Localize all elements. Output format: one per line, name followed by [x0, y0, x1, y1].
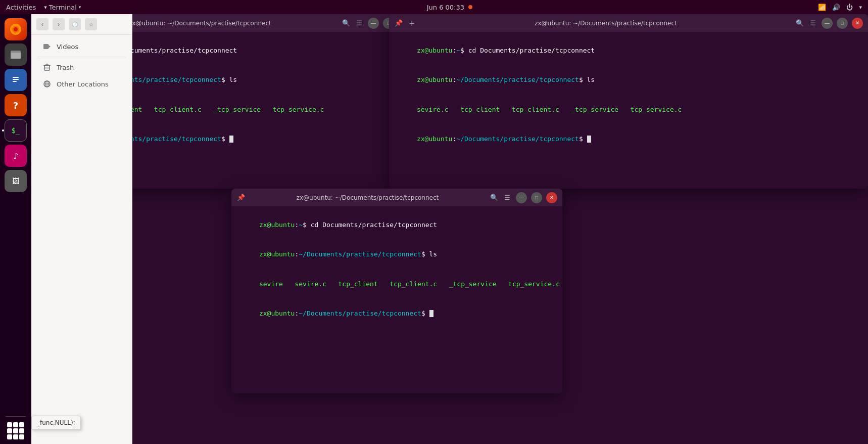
svg-rect-4 [11, 53, 21, 59]
dock-icon-terminal[interactable]: $_ [5, 119, 27, 142]
sidebar-item-trash-label: Trash [57, 64, 74, 71]
svg-marker-10 [49, 45, 51, 48]
terminal-titlebar-top-right: 📌 + zx@ubuntu: ~/Documents/practise/tcpc… [389, 14, 868, 32]
other-locations-icon [42, 79, 52, 88]
term-line-tr-3: sevire.c tcp_client tcp_client.c _tcp_se… [393, 95, 864, 124]
terminal-new-tab-icon-tr[interactable]: + [407, 19, 416, 28]
autocomplete-tooltip: _func,NULL); [31, 416, 81, 430]
svg-rect-9 [43, 44, 49, 49]
term-line-bc-1: zx@ubuntu:~$ cd Documents/practise/tcpco… [235, 210, 558, 240]
svg-rect-6 [13, 77, 19, 78]
term-line-tr-1: zx@ubuntu:~$ cd Documents/practise/tcpco… [393, 35, 864, 65]
term-line-bc-4: zx@ubuntu:~/Documents/practise/tcpconnec… [235, 299, 558, 329]
datetime-label: Jun 6 00:33 [427, 4, 464, 11]
dock-icon-help[interactable]: ? [5, 94, 27, 116]
tooltip-text: _func,NULL); [37, 419, 75, 426]
terminal-menu-icon-tl[interactable]: ☰ [355, 19, 364, 28]
dock-icon-music[interactable]: ♪ [5, 145, 27, 167]
sidebar-item-videos-label: Videos [57, 43, 78, 51]
sidebar-nav: ‹ › 🕐 ☆ [31, 14, 132, 35]
terminal-close-bc[interactable]: ✕ [546, 192, 557, 203]
svg-rect-8 [13, 81, 17, 82]
show-applications-button[interactable] [7, 422, 25, 440]
dock-icon-writer[interactable] [5, 69, 27, 91]
terminal-window-top-right: 📌 + zx@ubuntu: ~/Documents/practise/tcpc… [389, 14, 868, 189]
dock-icon-firefox[interactable] [5, 18, 27, 40]
term-line-bc-2: zx@ubuntu:~/Documents/practise/tcpconnec… [235, 240, 558, 270]
sidebar-back-button[interactable]: ‹ [36, 18, 49, 30]
terminal-pin-icon-tr[interactable]: 📌 [394, 19, 403, 28]
svg-point-2 [14, 27, 18, 31]
trash-icon [42, 63, 52, 72]
dock-icon-files[interactable] [5, 43, 27, 66]
terminal-window-bottom-center: 📌 zx@ubuntu: ~/Documents/practise/tcpcon… [231, 189, 562, 393]
terminal-body-bottom[interactable]: zx@ubuntu:~$ cd Documents/practise/tcpco… [231, 207, 562, 393]
terminal-menu-icon-tr[interactable]: ☰ [808, 19, 817, 28]
dock-icon-image[interactable]: 🖼 [5, 170, 27, 192]
term-line-tr-4: zx@ubuntu:~/Documents/practise/tcpconnec… [393, 124, 864, 154]
terminal-menu-icon-bc[interactable]: ☰ [503, 193, 512, 202]
power-icon: ⏻ [846, 4, 853, 11]
sidebar-item-other-locations[interactable]: Other Locations [34, 76, 129, 92]
terminal-minimize-bc[interactable]: — [516, 192, 527, 203]
sidebar-item-trash[interactable]: Trash [34, 59, 129, 75]
sidebar-forward-button[interactable]: › [53, 18, 65, 30]
terminal-body-top-right[interactable]: zx@ubuntu:~$ cd Documents/practise/tcpco… [389, 32, 868, 189]
sidebar-item-other-locations-label: Other Locations [57, 80, 109, 88]
terminal-maximize-tr[interactable]: □ [837, 18, 848, 29]
terminal-search-icon-bc[interactable]: 🔍 [490, 193, 499, 202]
terminal-titlebar-bottom: 📌 zx@ubuntu: ~/Documents/practise/tcpcon… [231, 189, 562, 207]
system-menu-icon[interactable]: ▾ [859, 4, 862, 11]
activities-label[interactable]: Activities [6, 4, 36, 11]
sidebar-item-videos[interactable]: Videos [34, 38, 129, 55]
svg-rect-11 [44, 65, 50, 70]
terminal-search-icon-tr[interactable]: 🔍 [795, 19, 804, 28]
term-line-tr-2: zx@ubuntu:~/Documents/practise/tcpconnec… [393, 65, 864, 95]
sidebar-bookmark-button[interactable]: ☆ [85, 18, 97, 30]
terminal-maximize-bc[interactable]: □ [531, 192, 542, 203]
file-manager-sidebar: ‹ › 🕐 ☆ Videos [31, 14, 132, 444]
terminal-title-bottom: zx@ubuntu: ~/Documents/practise/tcpconne… [250, 194, 486, 201]
network-icon: 📶 [818, 4, 826, 11]
terminal-close-tr[interactable]: ✕ [852, 18, 863, 29]
application-dock: ? $_ ♪ 🖼 [0, 14, 31, 444]
notification-dot [468, 5, 472, 9]
terminal-title-top-right: zx@ubuntu: ~/Documents/practise/tcpconne… [420, 20, 791, 27]
svg-rect-7 [13, 79, 19, 80]
terminal-minimize-tl[interactable]: — [368, 18, 379, 29]
top-bar: Activities ▾ Terminal ▾ Jun 6 00:33 📶 🔊 … [0, 0, 868, 14]
sidebar-history-button[interactable]: 🕐 [69, 18, 81, 30]
term-line-bc-3: sevire sevire.c tcp_client tcp_client.c … [235, 269, 558, 299]
videos-icon [42, 42, 52, 51]
terminal-pin-icon-bc[interactable]: 📌 [236, 193, 246, 202]
terminal-search-icon-tl[interactable]: 🔍 [342, 19, 351, 28]
terminal-minimize-tr[interactable]: — [822, 18, 833, 29]
svg-rect-13 [46, 64, 48, 65]
app-name-label: ▾ Terminal ▾ [44, 4, 81, 11]
audio-icon: 🔊 [832, 4, 840, 11]
